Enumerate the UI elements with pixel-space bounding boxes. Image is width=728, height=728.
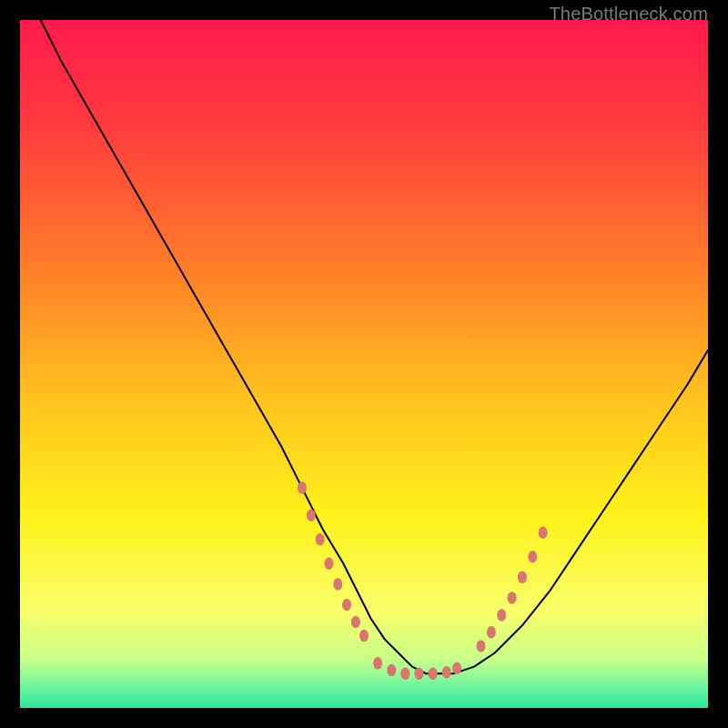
marker-left-dots [324,557,333,570]
marker-right-dots [528,551,537,563]
marker-right-dots [477,640,486,652]
marker-bottom-dots [373,657,382,670]
chart-frame [20,20,708,708]
marker-left-dots [359,630,369,642]
marker-left-dots [307,510,316,522]
marker-left-dots [333,578,342,591]
marker-right-dots [508,592,517,604]
marker-right-dots [539,526,548,539]
marker-right-dots [518,571,527,584]
marker-bottom-dots [442,666,451,679]
marker-bottom-dots [400,667,410,680]
marker-right-dots [487,626,496,639]
marker-left-dots [342,599,351,612]
marker-bottom-dots [387,664,396,677]
marker-bottom-dots [414,667,423,680]
marker-left-dots [316,533,325,546]
marker-right-dots [497,609,506,622]
watermark-text: TheBottleneck.com [549,4,708,25]
marker-bottom-dots [429,667,438,680]
marker-bottom-dots [452,662,461,674]
marker-left-dots [298,481,307,494]
chart-plot [20,20,708,708]
marker-left-dots [351,616,360,629]
